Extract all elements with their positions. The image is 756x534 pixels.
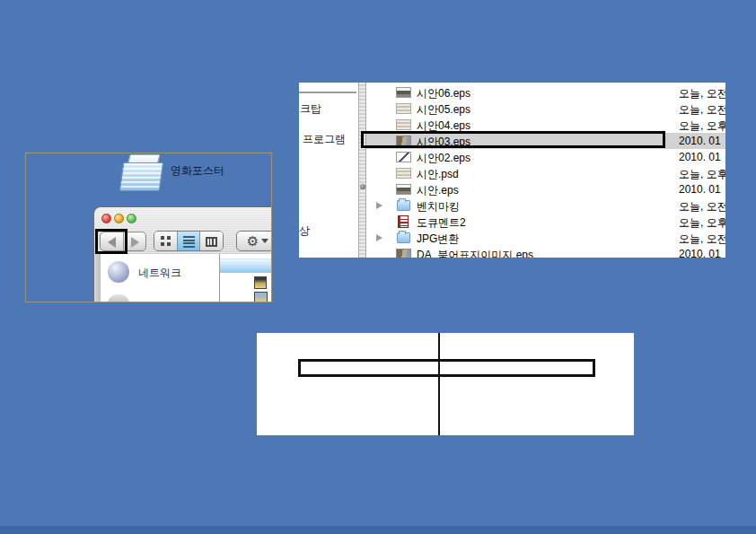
desktop-folder-icon[interactable] — [119, 154, 164, 192]
table-row[interactable]: 벤치마킹 오늘, 오전 — [366, 197, 725, 214]
diagram-outlined-rectangle — [298, 359, 595, 377]
folder-icon — [397, 232, 410, 243]
file-name: JPG변환 — [417, 232, 459, 247]
file-date: 2010. 01 — [679, 183, 721, 196]
gear-icon: ⚙ — [247, 234, 259, 248]
file-name: 벤치마킹 — [417, 199, 460, 214]
table-row[interactable]: 시안06.eps 오늘, 오전 — [366, 84, 725, 101]
eps-file-icon — [396, 103, 411, 114]
table-row[interactable]: 시안.psd 오늘, 오후 — [366, 165, 725, 181]
network-globe-icon — [108, 261, 129, 283]
list-view-button[interactable] — [177, 232, 200, 250]
table-row[interactable]: 시안04.eps 오늘, 오후 — [366, 117, 725, 133]
photo-thumbnail — [254, 292, 268, 302]
file-date: 오늘, 오전 — [679, 199, 725, 214]
layout-diagram — [257, 333, 634, 435]
view-mode-control — [154, 231, 224, 251]
table-row[interactable]: JPG변환 오늘, 오전 — [366, 230, 725, 246]
diagram-center-line — [438, 333, 440, 435]
desktop-folder-label: 영화포스터 — [171, 163, 224, 179]
file-name: 시안.eps — [417, 183, 459, 198]
icon-view-button[interactable] — [154, 232, 177, 250]
list-panel-sidebar: 크탑 프로그램 상 — [299, 83, 358, 258]
finder-list-view-panel: 크탑 프로그램 상 시안06.eps 오늘, 오전 시안05.eps 오늘, 오… — [299, 83, 725, 258]
file-date: 오늘, 오후 — [679, 118, 725, 134]
slide-background: 영화포스터 — [0, 0, 756, 534]
file-name: 시안04.eps — [417, 118, 470, 134]
icon-view-icon — [161, 236, 171, 246]
file-date: 오늘, 오후 — [679, 167, 725, 182]
desktop-screenshot-fragment: 영화포스터 — [25, 153, 272, 302]
sidebar-item-applications[interactable]: 프로그램 — [303, 132, 346, 147]
column-view-button[interactable] — [199, 232, 223, 250]
window-left-edge — [94, 254, 101, 302]
eps-file-icon — [396, 136, 411, 146]
file-date: 2010. 01 — [679, 135, 721, 147]
annotation-highlight-box — [95, 229, 127, 254]
eps-file-icon — [396, 87, 411, 98]
bottom-edge-strip — [0, 526, 756, 534]
file-date: 오늘, 오전 — [679, 86, 725, 101]
table-row[interactable]: 시안02.eps 2010. 01 — [366, 149, 725, 165]
action-menu-button[interactable]: ⚙ — [236, 231, 272, 251]
folder-body — [119, 162, 163, 191]
close-button[interactable] — [101, 214, 111, 223]
eps-file-icon — [396, 249, 411, 258]
eps-file-icon — [396, 152, 411, 162]
forward-arrow-icon — [131, 237, 139, 248]
folder-icon — [397, 200, 410, 211]
column-header-strip[interactable] — [220, 258, 272, 273]
file-name: 시안05.eps — [417, 102, 470, 118]
minimize-button[interactable] — [114, 214, 124, 223]
file-name: DA_북어표지이미지.eps — [417, 248, 533, 258]
photo-thumbnail — [254, 276, 267, 289]
finder-sidebar: 네트워크 — [101, 254, 219, 302]
file-list: 시안06.eps 오늘, 오전 시안05.eps 오늘, 오전 시안04.eps… — [366, 83, 725, 258]
file-date: 2010. 01 — [679, 248, 721, 258]
file-name: 시안06.eps — [417, 86, 470, 101]
zoom-button[interactable] — [127, 214, 136, 223]
red-document-icon — [398, 215, 409, 228]
panel-divider-scrollbar[interactable] — [358, 83, 366, 258]
eps-file-icon — [396, 184, 411, 195]
sidebar-item-partial-icon — [108, 294, 129, 302]
chevron-down-icon — [261, 239, 268, 243]
finder-window-content: 네트워크 — [94, 254, 272, 302]
table-row[interactable]: DA_북어표지이미지.eps 2010. 01 — [366, 246, 725, 258]
table-row[interactable]: 시안.eps 2010. 01 — [366, 181, 725, 197]
finder-content-pane — [220, 254, 272, 302]
file-name: 도큐멘트2 — [417, 215, 466, 231]
finder-window: ⚙ 네트워크 — [93, 206, 272, 302]
table-row[interactable]: 시안05.eps 오늘, 오전 — [366, 101, 725, 117]
file-name: 시안03.eps — [417, 135, 470, 150]
disclosure-triangle-icon[interactable] — [376, 202, 382, 209]
sidebar-item-movies[interactable]: 상 — [299, 223, 310, 239]
eps-file-icon — [396, 119, 411, 130]
file-name: 시안02.eps — [417, 151, 470, 166]
file-date: 2010. 01 — [679, 151, 721, 163]
file-name: 시안.psd — [417, 167, 459, 182]
disclosure-triangle-icon[interactable] — [376, 234, 382, 241]
sidebar-item-desktop[interactable]: 크탑 — [300, 101, 321, 117]
file-date: 오늘, 오전 — [679, 102, 725, 118]
divider-knob[interactable] — [360, 184, 365, 189]
sidebar-separator — [299, 92, 356, 93]
psd-file-icon — [396, 168, 411, 179]
list-view-icon — [183, 236, 195, 248]
sidebar-item-network[interactable]: 네트워크 — [138, 266, 181, 281]
file-date: 오늘, 오후 — [679, 215, 725, 231]
table-row[interactable]: 도큐멘트2 오늘, 오후 — [366, 214, 725, 230]
table-row-selected[interactable]: 시안03.eps 2010. 01 — [366, 133, 725, 149]
column-view-icon — [206, 237, 217, 247]
file-date: 오늘, 오전 — [679, 232, 725, 247]
